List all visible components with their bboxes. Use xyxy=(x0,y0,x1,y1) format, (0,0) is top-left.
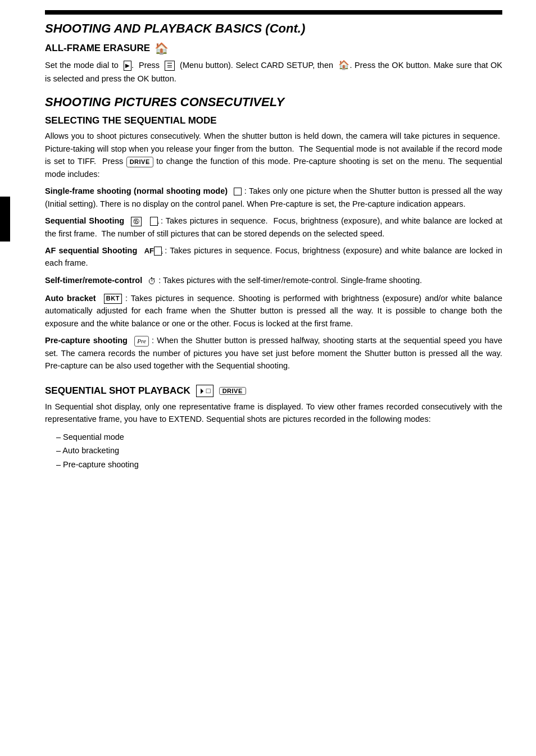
sequential-playback-list: Sequential mode Auto bracketing Pre-capt… xyxy=(45,430,502,472)
sequential-playback-label: SEQUENTIAL SHOT PLAYBACK xyxy=(45,385,190,397)
sequential-playback-heading-row: SEQUENTIAL SHOT PLAYBACK ⏵□ DRIVE xyxy=(45,385,502,397)
single-frame-icon xyxy=(234,188,242,195)
self-timer-text: Takes pictures with the self-timer/remot… xyxy=(163,276,422,285)
bullet-auto-bracketing: Auto bracketing xyxy=(56,444,502,458)
list-item-single-frame: Single-frame shooting (normal shooting m… xyxy=(45,185,502,210)
sequential-icon1: ⑮ xyxy=(131,217,142,226)
list-item-sequential: Sequential Shooting ⑮ ᵢᵢ : Takes picture… xyxy=(45,215,502,240)
playback-mode-icon: ▶ xyxy=(124,61,131,71)
af-icon: AF xyxy=(144,247,154,255)
list-item-af-sequential: AF sequential Shooting AFᵢᵢ : Takes pict… xyxy=(45,244,502,270)
all-frame-erasure-heading: ALL-FRAME ERASURE 🏠 xyxy=(45,42,502,55)
sequential-playback-body: In Sequential shot display, only one rep… xyxy=(45,400,502,426)
drive-button-icon: DRIVE xyxy=(126,157,153,167)
sequential-icon2: ᵢᵢ xyxy=(150,217,158,226)
single-frame-colon: : xyxy=(244,186,249,195)
house-icon2: 🏠 xyxy=(338,60,349,70)
page: SHOOTING AND PLAYBACK BASICS (Cont.) ALL… xyxy=(0,0,536,494)
af-seq-icon: ᵢᵢ xyxy=(154,247,162,256)
self-timer-label: Self-timer/remote-control xyxy=(45,276,144,285)
af-sequential-label: AF sequential Shooting xyxy=(45,246,140,255)
bkt-icon: BKT xyxy=(104,294,122,303)
pre-capture-colon: : xyxy=(152,336,157,345)
sequential-mode-label: SELECTING THE SEQUENTIAL MODE xyxy=(45,115,217,126)
list-item-auto-bracket: Auto bracket BKT : Takes pictures in seq… xyxy=(45,292,502,330)
pre-capture-label: Pre-capture shooting xyxy=(45,336,130,345)
house-icon: 🏠 xyxy=(155,42,169,55)
menu-button-icon: ☰ xyxy=(165,61,175,70)
self-timer-icon: ⏱ xyxy=(148,276,156,286)
single-frame-label: Single-frame shooting (normal shooting m… xyxy=(45,186,230,195)
self-timer-colon: : xyxy=(158,276,163,285)
pre-icon: Pre xyxy=(134,336,148,347)
bullet-pre-capture: Pre-capture shooting xyxy=(56,458,502,472)
sequential-playback-section: SEQUENTIAL SHOT PLAYBACK ⏵□ DRIVE In Seq… xyxy=(45,385,502,472)
sequential-label: Sequential Shooting xyxy=(45,216,127,225)
all-frame-erasure-label: ALL-FRAME ERASURE xyxy=(45,43,150,54)
section2: SHOOTING PICTURES CONSECUTIVELY SELECTIN… xyxy=(45,95,502,471)
list-item-self-timer: Self-timer/remote-control ⏱ : Takes pict… xyxy=(45,274,502,288)
bullet-sequential-mode: Sequential mode xyxy=(56,430,502,444)
list-item-pre-capture: Pre-capture shooting Pre : When the Shut… xyxy=(45,334,502,372)
sequential-mode-body: Allows you to shoot pictures consecutive… xyxy=(45,130,502,180)
auto-bracket-colon: : xyxy=(125,294,131,303)
all-frame-erasure-body: Set the mode dial to ▶. Press ☰ (Menu bu… xyxy=(45,58,502,85)
left-tab xyxy=(0,197,10,242)
sequential-icon-space xyxy=(144,216,147,225)
playback-icon: ⏵□ xyxy=(196,385,214,397)
section1-title: SHOOTING AND PLAYBACK BASICS (Cont.) xyxy=(45,21,502,36)
af-colon: : xyxy=(165,246,170,255)
section1: SHOOTING AND PLAYBACK BASICS (Cont.) ALL… xyxy=(45,21,502,85)
top-bar xyxy=(45,10,502,15)
sequential-mode-heading: SELECTING THE SEQUENTIAL MODE xyxy=(45,115,502,126)
section2-title: SHOOTING PICTURES CONSECUTIVELY xyxy=(45,95,502,110)
drive-btn-playback: DRIVE xyxy=(219,387,246,395)
sequential-colon: : xyxy=(161,216,166,225)
auto-bracket-label: Auto bracket xyxy=(45,294,99,303)
